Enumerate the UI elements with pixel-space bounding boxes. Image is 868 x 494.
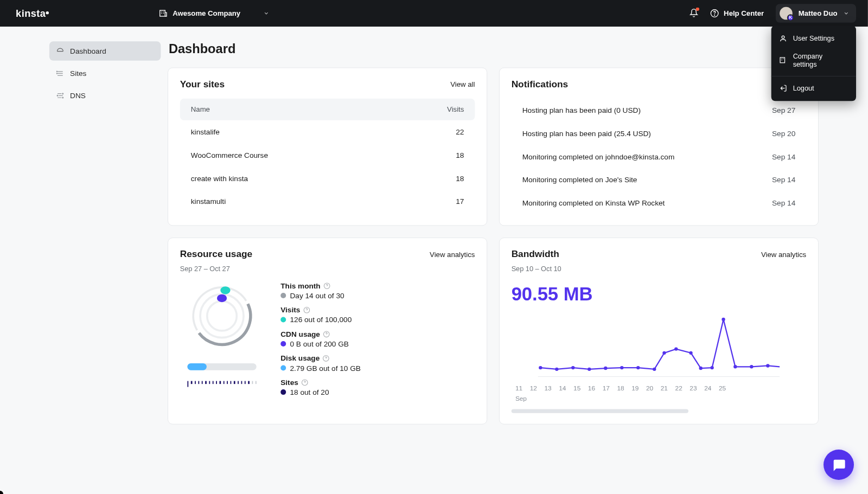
- avatar-badge: K: [787, 14, 794, 21]
- avatar: K: [780, 7, 793, 20]
- help-icon[interactable]: [323, 282, 330, 289]
- notifications-bell[interactable]: [689, 8, 698, 18]
- list-item[interactable]: Hosting plan has been paid (0 USD)Sep 27: [512, 99, 807, 122]
- help-center-link[interactable]: Help Center: [710, 9, 764, 17]
- company-name: Awesome Company: [173, 9, 240, 17]
- date-range: Sep 10 – Oct 10: [512, 265, 807, 273]
- list-item[interactable]: Hosting plan has been paid (25.4 USD)Sep…: [512, 122, 807, 145]
- list-item[interactable]: Monitoring completed on Joe's SiteSep 14: [512, 168, 807, 191]
- svg-point-39: [766, 364, 769, 367]
- bandwidth-month: Sep: [512, 395, 807, 402]
- help-label: Help Center: [724, 9, 764, 17]
- sidebar: Dashboard Sites DNS: [0, 41, 168, 436]
- table-row[interactable]: kinstamulti17: [180, 190, 475, 213]
- svg-point-30: [653, 368, 656, 371]
- sidebar-item-label: Dashboard: [70, 47, 106, 55]
- sidebar-item-dns[interactable]: DNS: [49, 86, 161, 105]
- building-icon: [159, 9, 168, 17]
- svg-point-35: [710, 366, 713, 369]
- svg-point-8: [62, 93, 63, 94]
- svg-point-37: [733, 365, 737, 368]
- sidebar-item-dashboard[interactable]: Dashboard: [49, 41, 161, 60]
- chevron-down-icon: [843, 10, 849, 16]
- svg-rect-4: [780, 57, 784, 63]
- svg-point-32: [674, 347, 678, 350]
- user-name: Matteo Duo: [799, 9, 838, 17]
- svg-point-3: [782, 36, 784, 39]
- view-all-sites[interactable]: View all: [450, 80, 475, 88]
- chevron-down-icon: [263, 10, 269, 16]
- table-row[interactable]: create with kinsta18: [180, 166, 475, 190]
- dd-company-settings[interactable]: Company settings: [771, 47, 856, 73]
- dns-icon: [56, 92, 65, 100]
- main-content: Dashboard Your sites View all Name Visit…: [168, 41, 868, 436]
- sidebar-item-label: DNS: [70, 91, 86, 99]
- bandwidth-xaxis: 111213141516171819202122232425: [512, 384, 807, 392]
- svg-point-23: [539, 366, 542, 369]
- svg-point-24: [555, 368, 558, 371]
- chat-icon: [831, 457, 846, 472]
- sites-table-head: Name Visits: [180, 99, 475, 120]
- sites-icon: [56, 69, 65, 78]
- list-item[interactable]: Monitoring completed on Kinsta WP Rocket…: [512, 191, 807, 215]
- svg-point-7: [56, 73, 57, 73]
- bandwidth-total: 90.55 MB: [512, 284, 807, 305]
- svg-point-14: [207, 301, 237, 331]
- svg-point-26: [588, 368, 591, 371]
- dd-label: Company settings: [793, 52, 848, 68]
- dashboard-icon: [56, 47, 65, 55]
- bandwidth-line-chart: [512, 313, 807, 377]
- card-resource-usage: Resource usage View analytics Sep 27 – O…: [168, 238, 487, 425]
- intercom-launcher[interactable]: [824, 450, 854, 480]
- card-bandwidth: Bandwidth View analytics Sep 10 – Oct 10…: [499, 238, 819, 425]
- col-visits: Visits: [447, 106, 464, 114]
- date-range: Sep 27 – Oct 27: [180, 265, 475, 273]
- help-icon: [710, 9, 719, 17]
- donut-chart: [187, 281, 256, 350]
- svg-point-16: [217, 294, 227, 303]
- dd-separator: [771, 76, 856, 76]
- svg-point-29: [636, 366, 640, 369]
- svg-point-25: [571, 366, 575, 369]
- user-dropdown: User Settings Company settings Logout: [771, 25, 856, 101]
- help-icon[interactable]: [323, 355, 330, 362]
- notification-dot: [695, 7, 699, 10]
- company-picker[interactable]: Awesome Company: [159, 9, 269, 17]
- disk-bar: [187, 363, 256, 370]
- svg-point-2: [714, 15, 714, 16]
- svg-rect-0: [160, 10, 165, 16]
- svg-point-28: [620, 366, 623, 369]
- card-title: Notifications: [512, 79, 569, 89]
- help-icon[interactable]: [323, 330, 330, 337]
- svg-point-15: [220, 286, 230, 294]
- svg-point-9: [57, 95, 58, 96]
- table-row[interactable]: kinstalife22: [180, 120, 475, 144]
- help-icon[interactable]: [301, 379, 308, 386]
- resource-donut: [180, 281, 264, 387]
- dd-label: User Settings: [793, 35, 834, 43]
- dd-user-settings[interactable]: User Settings: [771, 30, 856, 48]
- building-icon: [779, 56, 787, 65]
- svg-point-38: [750, 365, 753, 368]
- topbar: kinsta Awesome Company Help Center K Mat…: [0, 0, 868, 27]
- list-item[interactable]: Monitoring completed on johndoe@kinsta.c…: [512, 145, 807, 168]
- user-menu-trigger[interactable]: K Matteo Duo User Settings Company setti…: [776, 4, 856, 23]
- card-your-sites: Your sites View all Name Visits kinstali…: [168, 68, 487, 226]
- svg-point-27: [604, 367, 607, 370]
- dd-logout[interactable]: Logout: [771, 79, 856, 97]
- sites-bar: [187, 381, 256, 387]
- table-row[interactable]: WooCommerce Course18: [180, 144, 475, 167]
- view-analytics-bandwidth[interactable]: View analytics: [761, 251, 806, 259]
- col-name: Name: [191, 106, 447, 114]
- card-notifications: Notifications View all Hosting plan has …: [499, 68, 819, 226]
- svg-point-33: [689, 351, 692, 355]
- svg-point-34: [699, 367, 703, 370]
- sidebar-item-sites[interactable]: Sites: [49, 63, 161, 82]
- dd-label: Logout: [793, 84, 814, 92]
- card-title: Resource usage: [180, 249, 252, 260]
- card-title: Your sites: [180, 79, 225, 89]
- bandwidth-scrollbar[interactable]: [512, 409, 688, 413]
- help-icon[interactable]: [303, 306, 310, 313]
- brand-logo: kinsta: [16, 8, 159, 19]
- view-analytics-resource[interactable]: View analytics: [430, 251, 475, 259]
